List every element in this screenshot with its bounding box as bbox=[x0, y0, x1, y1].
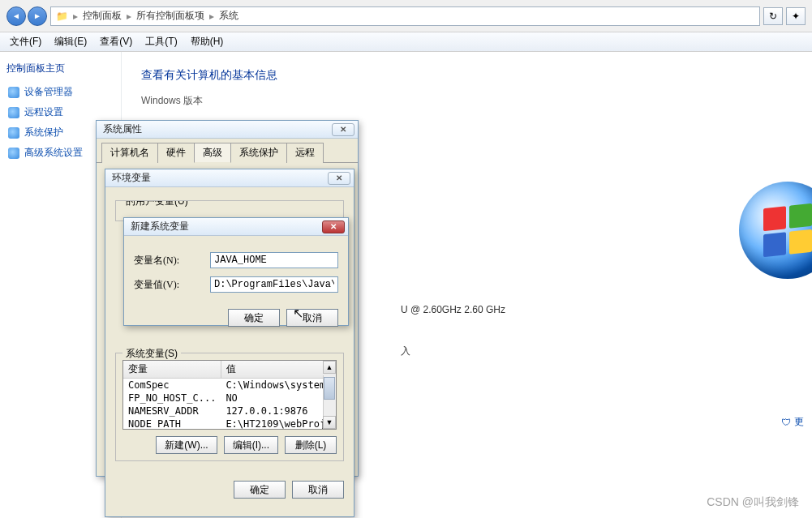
col-var[interactable]: 变量 bbox=[123, 361, 221, 379]
sys-edit-button[interactable]: 编辑(I)... bbox=[224, 436, 278, 454]
table-row: NODE_PATHE:\HT2109\webProject\node_modul… bbox=[123, 417, 337, 430]
dialog-new-system-variable: 新建系统变量 ✕ 变量名(N): 变量值(V): 确定 取消 ↖ bbox=[123, 217, 349, 326]
table-row: NAMESRV_ADDR127.0.0.1:9876 bbox=[123, 405, 337, 417]
col-val[interactable]: 值 bbox=[221, 361, 337, 379]
menu-view[interactable]: 查看(V) bbox=[93, 32, 139, 51]
folder-icon: 📁 bbox=[56, 11, 68, 22]
env-ok-button[interactable]: 确定 bbox=[234, 481, 286, 499]
page-title: 查看有关计算机的基本信息 bbox=[141, 68, 793, 83]
close-button[interactable]: ✕ bbox=[332, 123, 354, 136]
tab-hardware[interactable]: 硬件 bbox=[157, 143, 195, 163]
breadcrumb[interactable]: 📁 ▸ 控制面板 ▸ 所有控制面板项 ▸ 系统 bbox=[50, 6, 760, 26]
sys-delete-button[interactable]: 删除(L) bbox=[285, 436, 337, 454]
newvar-cancel-button[interactable]: 取消 bbox=[286, 309, 338, 327]
tab-protection[interactable]: 系统保护 bbox=[230, 143, 287, 163]
sidebar-item-device-manager[interactable]: 设备管理器 bbox=[8, 85, 113, 99]
menu-bar: 文件(F) 编辑(E) 查看(V) 工具(T) 帮助(H) bbox=[0, 32, 812, 52]
scroll-thumb[interactable] bbox=[324, 377, 335, 400]
dialog-title: 系统属性 bbox=[103, 122, 142, 136]
device-icon bbox=[8, 87, 19, 98]
sys-new-button[interactable]: 新建(W)... bbox=[156, 436, 217, 454]
cpu-info: U @ 2.60GHz 2.60 GHz bbox=[401, 304, 793, 315]
menu-file[interactable]: 文件(F) bbox=[3, 32, 48, 51]
sidebar-header: 控制面板主页 bbox=[6, 62, 114, 75]
system-vars-group-label: 系统变量(S) bbox=[122, 347, 181, 361]
nav-forward-button[interactable]: ► bbox=[28, 6, 47, 26]
tab-computer-name[interactable]: 计算机名 bbox=[101, 143, 158, 163]
sidebar-item-remote[interactable]: 远程设置 bbox=[8, 105, 113, 119]
breadcrumb-root[interactable]: 控制面板 bbox=[83, 9, 122, 23]
remote-icon bbox=[8, 107, 19, 118]
explorer-topbar: ◄ ► 📁 ▸ 控制面板 ▸ 所有控制面板项 ▸ 系统 ↻ ✦ bbox=[0, 0, 812, 32]
section-windows-edition: Windows 版本 bbox=[141, 94, 793, 108]
table-row: ComSpecC:\Windows\system32\cmd.exe bbox=[123, 379, 337, 392]
newvar-ok-button[interactable]: 确定 bbox=[228, 309, 280, 327]
breadcrumb-l2[interactable]: 所有控制面板项 bbox=[136, 9, 204, 23]
scroll-up-arrow[interactable]: ▲ bbox=[323, 361, 336, 374]
shield-icon: 🛡 bbox=[781, 417, 791, 428]
tab-remote[interactable]: 远程 bbox=[286, 143, 324, 163]
refresh-button[interactable]: ↻ bbox=[763, 7, 783, 25]
gear-icon bbox=[8, 148, 19, 159]
var-value-label: 变量值(V): bbox=[134, 278, 200, 292]
sysprop-tabs: 计算机名 硬件 高级 系统保护 远程 bbox=[97, 139, 358, 163]
system-vars-list[interactable]: 变量值 ComSpecC:\Windows\system32\cmd.exe F… bbox=[122, 360, 337, 430]
tab-advanced[interactable]: 高级 bbox=[194, 143, 231, 163]
menu-help[interactable]: 帮助(H) bbox=[184, 32, 230, 51]
close-button[interactable]: ✕ bbox=[328, 172, 350, 185]
table-row: FP_NO_HOST_C...NO bbox=[123, 392, 337, 405]
user-vars-group-label: 的用户变量(U) bbox=[122, 200, 191, 208]
var-name-input[interactable] bbox=[210, 252, 338, 268]
close-button[interactable]: ✕ bbox=[322, 220, 345, 233]
nav-back-button[interactable]: ◄ bbox=[6, 6, 26, 26]
scroll-down-arrow[interactable]: ▼ bbox=[323, 416, 336, 429]
more-settings-link[interactable]: 🛡更 bbox=[781, 415, 804, 429]
breadcrumb-l3[interactable]: 系统 bbox=[219, 9, 238, 23]
menu-edit[interactable]: 编辑(E) bbox=[48, 32, 93, 51]
pen-touch-info: 入 bbox=[401, 345, 793, 358]
dialog-title: 新建系统变量 bbox=[131, 220, 189, 233]
var-value-input[interactable] bbox=[210, 276, 338, 293]
var-name-label: 变量名(N): bbox=[134, 254, 200, 268]
search-dropdown-button[interactable]: ✦ bbox=[786, 7, 806, 25]
shield-icon bbox=[8, 127, 19, 139]
dialog-title: 环境变量 bbox=[112, 171, 151, 185]
menu-tools[interactable]: 工具(T) bbox=[139, 32, 183, 51]
env-cancel-button[interactable]: 取消 bbox=[292, 481, 344, 499]
watermark: CSDN @叫我剑锋 bbox=[707, 495, 799, 510]
